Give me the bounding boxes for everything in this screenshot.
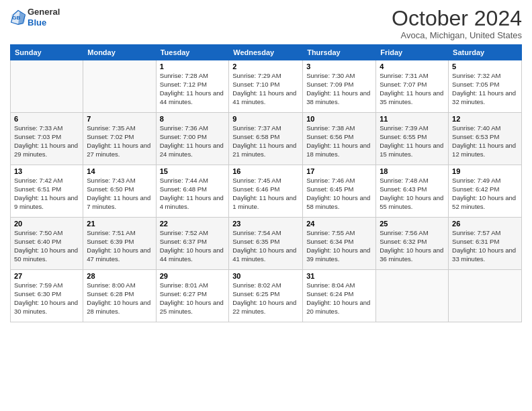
col-thursday: Thursday bbox=[303, 45, 376, 60]
day-number: 14 bbox=[87, 167, 152, 175]
calendar-cell: 16Sunrise: 7:45 AMSunset: 6:46 PMDayligh… bbox=[229, 165, 303, 218]
calendar-cell: 7Sunrise: 7:35 AMSunset: 7:02 PMDaylight… bbox=[83, 113, 156, 165]
day-info: Sunrise: 7:54 AMSunset: 6:35 PMDaylight:… bbox=[232, 229, 299, 263]
calendar-cell: 9Sunrise: 7:37 AMSunset: 6:58 PMDaylight… bbox=[229, 113, 303, 165]
day-number: 29 bbox=[160, 272, 226, 280]
day-number: 26 bbox=[452, 220, 518, 228]
day-number: 22 bbox=[160, 220, 226, 228]
week-row-4: 20Sunrise: 7:50 AMSunset: 6:40 PMDayligh… bbox=[11, 218, 522, 270]
day-info: Sunrise: 7:29 AMSunset: 7:10 PMDaylight:… bbox=[232, 72, 299, 106]
day-number: 23 bbox=[232, 220, 299, 228]
calendar-cell: 31Sunrise: 8:04 AMSunset: 6:24 PMDayligh… bbox=[303, 270, 376, 322]
day-number: 8 bbox=[160, 115, 226, 123]
day-info: Sunrise: 7:35 AMSunset: 7:02 PMDaylight:… bbox=[87, 124, 152, 158]
day-number: 3 bbox=[306, 62, 372, 71]
logo-text: General Blue bbox=[28, 7, 60, 28]
calendar-cell bbox=[376, 270, 449, 322]
day-info: Sunrise: 7:49 AMSunset: 6:42 PMDaylight:… bbox=[452, 177, 518, 211]
day-info: Sunrise: 8:01 AMSunset: 6:27 PMDaylight:… bbox=[160, 281, 226, 316]
day-number: 20 bbox=[14, 220, 79, 228]
day-number: 19 bbox=[452, 167, 518, 175]
calendar-cell: 22Sunrise: 7:52 AMSunset: 6:37 PMDayligh… bbox=[156, 218, 229, 270]
day-info: Sunrise: 7:46 AMSunset: 6:45 PMDaylight:… bbox=[306, 177, 372, 211]
calendar-cell: 27Sunrise: 7:59 AMSunset: 6:30 PMDayligh… bbox=[11, 270, 83, 322]
day-info: Sunrise: 7:39 AMSunset: 6:55 PMDaylight:… bbox=[380, 124, 445, 158]
calendar-cell: 25Sunrise: 7:56 AMSunset: 6:32 PMDayligh… bbox=[376, 218, 449, 270]
calendar-cell: 4Sunrise: 7:31 AMSunset: 7:07 PMDaylight… bbox=[376, 60, 449, 113]
calendar-body: 1Sunrise: 7:28 AMSunset: 7:12 PMDaylight… bbox=[11, 60, 522, 322]
svg-text:GB: GB bbox=[12, 15, 20, 21]
calendar-cell: 6Sunrise: 7:33 AMSunset: 7:03 PMDaylight… bbox=[11, 113, 83, 165]
calendar-cell: 24Sunrise: 7:55 AMSunset: 6:34 PMDayligh… bbox=[303, 218, 376, 270]
day-info: Sunrise: 7:50 AMSunset: 6:40 PMDaylight:… bbox=[14, 229, 79, 263]
day-info: Sunrise: 7:30 AMSunset: 7:09 PMDaylight:… bbox=[306, 72, 372, 106]
day-info: Sunrise: 7:31 AMSunset: 7:07 PMDaylight:… bbox=[380, 72, 445, 106]
calendar-cell: 20Sunrise: 7:50 AMSunset: 6:40 PMDayligh… bbox=[11, 218, 83, 270]
calendar-table: Sunday Monday Tuesday Wednesday Thursday… bbox=[10, 44, 522, 322]
day-number: 17 bbox=[306, 167, 372, 175]
day-info: Sunrise: 7:44 AMSunset: 6:48 PMDaylight:… bbox=[160, 177, 226, 211]
day-info: Sunrise: 7:45 AMSunset: 6:46 PMDaylight:… bbox=[232, 177, 299, 211]
calendar-cell: 21Sunrise: 7:51 AMSunset: 6:39 PMDayligh… bbox=[83, 218, 156, 270]
col-monday: Monday bbox=[83, 45, 156, 60]
day-info: Sunrise: 8:00 AMSunset: 6:28 PMDaylight:… bbox=[87, 281, 152, 316]
day-info: Sunrise: 7:42 AMSunset: 6:51 PMDaylight:… bbox=[14, 177, 79, 211]
calendar-header: Sunday Monday Tuesday Wednesday Thursday… bbox=[11, 45, 522, 60]
location: Avoca, Michigan, United States bbox=[392, 30, 522, 40]
col-sunday: Sunday bbox=[11, 45, 83, 60]
day-info: Sunrise: 7:55 AMSunset: 6:34 PMDaylight:… bbox=[306, 229, 372, 263]
calendar-cell bbox=[11, 60, 83, 113]
day-number: 25 bbox=[380, 220, 445, 228]
day-number: 27 bbox=[14, 272, 79, 280]
col-saturday: Saturday bbox=[449, 45, 522, 60]
day-number: 24 bbox=[306, 220, 372, 228]
day-number: 21 bbox=[87, 220, 152, 228]
day-number: 13 bbox=[14, 167, 79, 175]
day-info: Sunrise: 7:43 AMSunset: 6:50 PMDaylight:… bbox=[87, 177, 152, 211]
col-wednesday: Wednesday bbox=[229, 45, 303, 60]
calendar-cell: 26Sunrise: 7:57 AMSunset: 6:31 PMDayligh… bbox=[449, 218, 522, 270]
day-number: 2 bbox=[232, 62, 299, 71]
calendar-cell bbox=[449, 270, 522, 322]
day-info: Sunrise: 7:38 AMSunset: 6:56 PMDaylight:… bbox=[306, 124, 372, 158]
calendar-cell: 1Sunrise: 7:28 AMSunset: 7:12 PMDaylight… bbox=[156, 60, 229, 113]
week-row-5: 27Sunrise: 7:59 AMSunset: 6:30 PMDayligh… bbox=[11, 270, 522, 322]
calendar-cell: 15Sunrise: 7:44 AMSunset: 6:48 PMDayligh… bbox=[156, 165, 229, 218]
calendar-cell: 13Sunrise: 7:42 AMSunset: 6:51 PMDayligh… bbox=[11, 165, 83, 218]
day-number: 1 bbox=[160, 62, 226, 71]
day-number: 11 bbox=[380, 115, 445, 123]
day-info: Sunrise: 7:51 AMSunset: 6:39 PMDaylight:… bbox=[87, 229, 152, 263]
logo-icon: GB bbox=[10, 9, 26, 26]
day-info: Sunrise: 8:04 AMSunset: 6:24 PMDaylight:… bbox=[306, 281, 372, 316]
day-info: Sunrise: 7:57 AMSunset: 6:31 PMDaylight:… bbox=[452, 229, 518, 263]
header-row: Sunday Monday Tuesday Wednesday Thursday… bbox=[11, 45, 522, 60]
title-block: October 2024 Avoca, Michigan, United Sta… bbox=[392, 7, 522, 40]
logo: GB General Blue bbox=[10, 7, 60, 28]
day-info: Sunrise: 7:56 AMSunset: 6:32 PMDaylight:… bbox=[380, 229, 445, 263]
day-number: 5 bbox=[452, 62, 518, 71]
day-number: 18 bbox=[380, 167, 445, 175]
day-number: 4 bbox=[380, 62, 445, 71]
day-info: Sunrise: 8:02 AMSunset: 6:25 PMDaylight:… bbox=[232, 281, 299, 316]
calendar-cell: 29Sunrise: 8:01 AMSunset: 6:27 PMDayligh… bbox=[156, 270, 229, 322]
calendar-cell: 17Sunrise: 7:46 AMSunset: 6:45 PMDayligh… bbox=[303, 165, 376, 218]
day-number: 28 bbox=[87, 272, 152, 280]
day-number: 9 bbox=[232, 115, 299, 123]
day-info: Sunrise: 7:37 AMSunset: 6:58 PMDaylight:… bbox=[232, 124, 299, 158]
day-info: Sunrise: 7:28 AMSunset: 7:12 PMDaylight:… bbox=[160, 72, 226, 106]
week-row-1: 1Sunrise: 7:28 AMSunset: 7:12 PMDaylight… bbox=[11, 60, 522, 113]
day-number: 6 bbox=[14, 115, 79, 123]
calendar-cell: 14Sunrise: 7:43 AMSunset: 6:50 PMDayligh… bbox=[83, 165, 156, 218]
col-friday: Friday bbox=[376, 45, 449, 60]
calendar-cell: 30Sunrise: 8:02 AMSunset: 6:25 PMDayligh… bbox=[229, 270, 303, 322]
week-row-3: 13Sunrise: 7:42 AMSunset: 6:51 PMDayligh… bbox=[11, 165, 522, 218]
week-row-2: 6Sunrise: 7:33 AMSunset: 7:03 PMDaylight… bbox=[11, 113, 522, 165]
header: GB General Blue October 2024 Avoca, Mich… bbox=[10, 7, 522, 40]
calendar-cell bbox=[83, 60, 156, 113]
day-info: Sunrise: 7:52 AMSunset: 6:37 PMDaylight:… bbox=[160, 229, 226, 263]
calendar-cell: 23Sunrise: 7:54 AMSunset: 6:35 PMDayligh… bbox=[229, 218, 303, 270]
calendar-page: GB General Blue October 2024 Avoca, Mich… bbox=[0, 0, 532, 411]
day-info: Sunrise: 7:40 AMSunset: 6:53 PMDaylight:… bbox=[452, 124, 518, 158]
col-tuesday: Tuesday bbox=[156, 45, 229, 60]
calendar-cell: 18Sunrise: 7:48 AMSunset: 6:43 PMDayligh… bbox=[376, 165, 449, 218]
